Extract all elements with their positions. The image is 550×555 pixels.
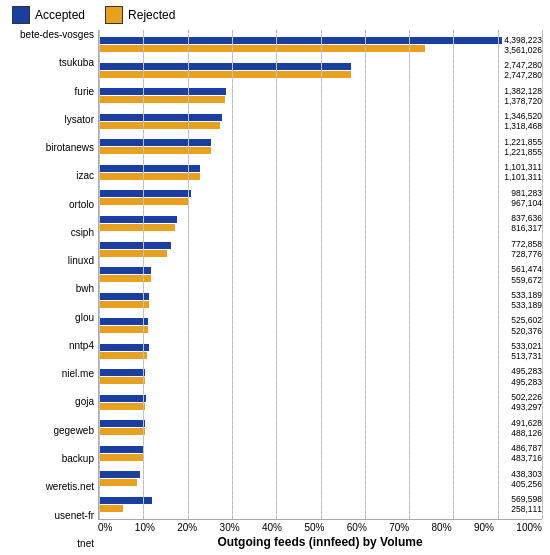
accepted-color-box [12, 6, 30, 24]
bar-rejected [99, 96, 225, 103]
y-label: bwh [76, 284, 94, 294]
legend-rejected: Rejected [105, 6, 175, 24]
bar-rejected [99, 147, 211, 154]
rejected-value: 728,776 [511, 249, 542, 259]
bar-rejected [99, 479, 137, 486]
bar-values: 4,398,2233,561,026 [502, 35, 542, 55]
bar-values: 2,747,2802,747,280 [502, 60, 542, 80]
bars-section: 4,398,2233,561,0262,747,2802,747,2801,38… [98, 30, 542, 549]
accepted-value: 533,021 [511, 341, 542, 351]
chart-container: Accepted Rejected bete-des-vosgestsukuba… [0, 0, 550, 555]
accepted-label: Accepted [35, 8, 85, 22]
bar-rejected [99, 454, 144, 461]
rejected-value: 405,256 [511, 479, 542, 489]
y-label: birotanews [46, 143, 94, 153]
x-axis-label: 30% [220, 522, 240, 533]
y-label: niel.me [62, 369, 94, 379]
rejected-value: 258,111 [511, 504, 542, 514]
bar-values: 491,628488,126 [509, 418, 542, 438]
rejected-value: 3,561,026 [504, 45, 542, 55]
accepted-value: 1,382,128 [504, 86, 542, 96]
bar-rejected [99, 428, 145, 435]
x-axis-label: 70% [389, 522, 409, 533]
bar-accepted [99, 114, 222, 121]
bar-values: 502,226493,297 [509, 392, 542, 412]
bar-values: 981,283967,104 [509, 188, 542, 208]
x-axis-label: 60% [347, 522, 367, 533]
grid-and-bars: 4,398,2233,561,0262,747,2802,747,2801,38… [98, 30, 542, 520]
accepted-value: 438,303 [511, 469, 542, 479]
rejected-value: 2,747,280 [504, 70, 542, 80]
y-label: goja [75, 397, 94, 407]
y-label: linuxd [68, 256, 94, 266]
bar-pair [99, 338, 509, 364]
bar-rejected [99, 224, 175, 231]
bar-rejected [99, 403, 145, 410]
rejected-value: 816,317 [511, 223, 542, 233]
accepted-value: 525,602 [511, 315, 542, 325]
legend: Accepted Rejected [8, 6, 542, 24]
bar-rejected [99, 250, 167, 257]
x-axis-title: Outgoing feeds (innfeed) by Volume [98, 535, 542, 549]
x-axis-label: 40% [262, 522, 282, 533]
y-label: csiph [71, 228, 94, 238]
rejected-value: 1,378,720 [504, 96, 542, 106]
x-axis-label: 80% [432, 522, 452, 533]
bar-rejected [99, 301, 149, 308]
accepted-value: 502,226 [511, 392, 542, 402]
grid-line [498, 30, 499, 519]
rejected-value: 559,672 [511, 275, 542, 285]
rejected-value: 520,376 [511, 326, 542, 336]
bar-values: 525,602520,376 [509, 315, 542, 335]
y-label: backup [62, 454, 94, 464]
accepted-value: 533,189 [511, 290, 542, 300]
accepted-value: 4,398,223 [504, 35, 542, 45]
bar-pair [99, 58, 502, 84]
accepted-value: 981,283 [511, 188, 542, 198]
y-label: glou [75, 313, 94, 323]
bar-accepted [99, 293, 149, 300]
rejected-value: 493,297 [511, 402, 542, 412]
bar-accepted [99, 63, 351, 70]
grid-line [276, 30, 277, 519]
y-label: izac [76, 171, 94, 181]
bar-accepted [99, 139, 211, 146]
bar-values: 1,382,1281,378,720 [502, 86, 542, 106]
bar-rejected [99, 71, 351, 78]
grid-line [232, 30, 233, 519]
bar-rejected [99, 377, 145, 384]
x-axis-label: 10% [135, 522, 155, 533]
bar-accepted [99, 216, 177, 223]
rejected-label: Rejected [128, 8, 175, 22]
bar-accepted [99, 37, 502, 44]
x-axis-labels: 0%10%20%30%40%50%60%70%80%90%100% [98, 520, 542, 533]
bar-values: 1,346,5201,318,468 [502, 111, 542, 131]
bar-values: 1,101,3111,101,311 [502, 162, 542, 182]
bar-pair [99, 83, 502, 109]
x-axis-label: 90% [474, 522, 494, 533]
bar-values: 569,598258,111 [509, 494, 542, 514]
bar-accepted [99, 318, 148, 325]
bar-values: 837,636816,317 [509, 213, 542, 233]
bar-rejected [99, 326, 148, 333]
bar-pair [99, 492, 509, 518]
bar-rejected [99, 122, 220, 129]
bar-pair [99, 32, 502, 58]
bar-accepted [99, 344, 149, 351]
bar-values: 561,474559,672 [509, 264, 542, 284]
accepted-value: 837,636 [511, 213, 542, 223]
grid-line [409, 30, 410, 519]
y-label: nntp4 [69, 341, 94, 351]
accepted-value: 1,221,855 [504, 137, 542, 147]
y-label: weretis.net [46, 482, 94, 492]
bar-pair [99, 185, 509, 211]
y-label: gegeweb [53, 426, 94, 436]
y-label: lysator [65, 115, 94, 125]
accepted-value: 495,283 [511, 366, 542, 376]
x-axis-label: 20% [177, 522, 197, 533]
grid-line [188, 30, 189, 519]
x-axis-label: 100% [516, 522, 542, 533]
bar-rejected [99, 45, 425, 52]
bar-pair [99, 236, 509, 262]
chart-area: bete-des-vosgestsukubafurielysatorbirota… [8, 30, 542, 549]
